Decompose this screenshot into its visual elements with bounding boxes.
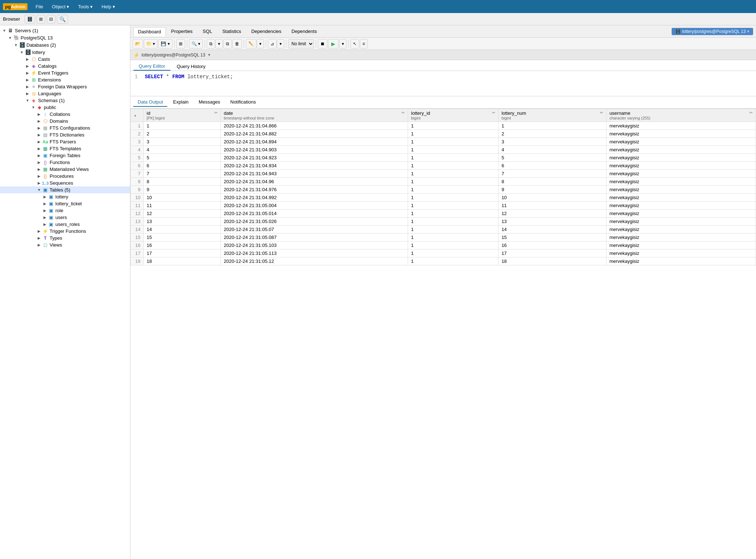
toggle-collations[interactable]: ▶ (36, 112, 42, 116)
menu-object[interactable]: Object ▾ (48, 3, 73, 11)
toggle-fts-parsers[interactable]: ▶ (36, 140, 42, 144)
copy-dropdown-btn[interactable]: ▾ (215, 39, 223, 49)
tree-collations[interactable]: ▶ ↕ Collations (0, 111, 130, 118)
toggle-catalogs[interactable]: ▶ (25, 64, 30, 68)
toggle-trigger-functions[interactable]: ▶ (36, 229, 42, 233)
toggle-types[interactable]: ▶ (36, 236, 42, 240)
menu-file[interactable]: File (32, 3, 47, 11)
col-username-edit-icon[interactable]: ✏ (749, 110, 753, 115)
tree-postgresql[interactable]: ▼ 🐘 PostgreSQL 13 (0, 34, 130, 41)
toggle-functions[interactable]: ▶ (36, 160, 42, 164)
no-limit-select[interactable]: No limit (288, 39, 314, 49)
toggle-fts-templates[interactable]: ▶ (36, 147, 42, 151)
tree-public[interactable]: ▼ ◆ public (0, 104, 130, 111)
tree-views[interactable]: ▶ ◻ Views (0, 241, 130, 248)
tree-table-lottery-ticket[interactable]: ▶ ▣ lottery_ticket (0, 200, 130, 207)
tab-query-history[interactable]: Query History (171, 62, 211, 71)
tree-sequences[interactable]: ▶ 1..3 Sequences (0, 180, 130, 186)
toggle-table-role[interactable]: ▶ (42, 209, 48, 213)
tab-properties[interactable]: Properties (167, 27, 197, 36)
toggle-table-lottery[interactable]: ▶ (42, 195, 48, 199)
filter-dropdown-btn[interactable]: ▾ (277, 39, 284, 49)
tree-fts-templates[interactable]: ▶ ▦ FTS Templates (0, 145, 130, 152)
tab-dependencies[interactable]: Dependencies (247, 27, 286, 36)
tree-table-users-roles[interactable]: ▶ ▣ users_roles (0, 221, 130, 228)
editor-area[interactable]: 1 SELECT * FROM lottery_ticket; (130, 71, 756, 96)
toggle-procedures[interactable]: ▶ (36, 174, 42, 178)
col-lottery-id-edit-icon[interactable]: ✏ (492, 110, 495, 115)
toggle-table-lottery-ticket[interactable]: ▶ (42, 202, 48, 206)
result-tab-data-output[interactable]: Data Output (133, 98, 167, 107)
tree-fts-dict[interactable]: ▶ ▤ FTS Dictionaries (0, 131, 130, 138)
toggle-tables[interactable]: ▼ (36, 188, 42, 192)
result-tab-explain[interactable]: Explain (169, 98, 193, 107)
toggle-fts-config[interactable]: ▶ (36, 126, 42, 130)
toggle-languages[interactable]: ▶ (25, 92, 30, 96)
save-btn[interactable]: 💾 ▾ (158, 39, 172, 49)
save-file-btn[interactable]: 📂 (133, 39, 143, 49)
more-btn[interactable]: ≡ (360, 39, 368, 49)
toggle-domains[interactable]: ▶ (36, 119, 42, 123)
editor-code[interactable]: SELECT * FROM lottery_ticket; (145, 74, 233, 93)
menu-tools[interactable]: Tools ▾ (74, 3, 96, 11)
tree-mat-views[interactable]: ▶ ▦ Materialized Views (0, 166, 130, 173)
browser-table-btn[interactable]: ⊟ (47, 15, 55, 24)
browser-db-btn[interactable]: 🗄️ (25, 15, 35, 24)
edit-btn[interactable]: ✏️ (246, 39, 256, 49)
tree-extensions[interactable]: ▶ ⊞ Extensions (0, 76, 130, 83)
tree-languages[interactable]: ▶ ◎ Languages (0, 90, 130, 97)
toggle-mat-views[interactable]: ▶ (36, 167, 42, 171)
filter-btn[interactable]: ⊿ (268, 39, 277, 49)
paste-btn[interactable]: ⧉ (223, 39, 232, 49)
edit-dropdown-btn[interactable]: ▾ (257, 39, 264, 49)
toggle-views[interactable]: ▶ (36, 243, 42, 247)
tree-foreign-tables[interactable]: ▶ ▣ Foreign Tables (0, 152, 130, 159)
tree-procedures[interactable]: ▶ {} Procedures (0, 173, 130, 180)
tab-query-editor[interactable]: Query Editor (133, 62, 171, 71)
result-tab-messages[interactable]: Messages (194, 98, 224, 107)
toggle-fts-dict[interactable]: ▶ (36, 133, 42, 137)
data-table-wrapper[interactable]: ▼ id ✏ [PK] bigint date ✏ timestamp with… (130, 109, 756, 559)
tree-fts-config[interactable]: ▶ ▦ FTS Configurations (0, 125, 130, 131)
toggle-extensions[interactable]: ▶ (25, 78, 30, 82)
tree-catalogs[interactable]: ▶ ◈ Catalogs (0, 63, 130, 70)
toggle-table-users[interactable]: ▶ (42, 215, 48, 219)
tree-table-role[interactable]: ▶ ▣ role (0, 207, 130, 214)
menu-help[interactable]: Help ▾ (98, 3, 118, 11)
tab-dependents[interactable]: Dependents (287, 27, 322, 36)
tree-tables[interactable]: ▼ ▣ Tables (5) (0, 186, 130, 193)
tree-schemas[interactable]: ▼ ◈ Schemas (1) (0, 97, 130, 104)
tree-table-users[interactable]: ▶ ▣ users (0, 214, 130, 221)
col-date-edit-icon[interactable]: ✏ (402, 110, 405, 115)
col-lottery-num-edit-icon[interactable]: ✏ (600, 110, 603, 115)
tab-dashboard[interactable]: Dashboard (133, 27, 166, 36)
col-id-edit-icon[interactable]: ✏ (214, 110, 218, 115)
browser-search-btn[interactable]: 🔍 (57, 15, 68, 24)
tree-domains[interactable]: ▶ ⬡ Domains (0, 118, 130, 125)
grid-view-btn[interactable]: ⊞ (176, 39, 185, 49)
tree-servers[interactable]: ▼ 🖥 Servers (1) (0, 27, 130, 34)
toggle-postgresql[interactable]: ▼ (7, 36, 13, 40)
toggle-schemas[interactable]: ▼ (25, 98, 30, 102)
toggle-servers[interactable]: ▼ (1, 29, 7, 33)
stop-btn[interactable]: ⏹ (318, 39, 327, 49)
tab-sql[interactable]: SQL (198, 27, 217, 36)
tree-types[interactable]: ▶ T Types (0, 235, 130, 241)
tree-databases[interactable]: ▼ 🗄️ Databases (2) (0, 41, 130, 49)
tab-statistics[interactable]: Statistics (218, 27, 246, 36)
toggle-public[interactable]: ▼ (30, 105, 36, 109)
find-btn[interactable]: 🔍 ▾ (189, 39, 203, 49)
open-file-btn[interactable]: 📁 ▾ (144, 39, 158, 49)
toggle-event-triggers[interactable]: ▶ (25, 71, 30, 75)
copy-btn[interactable]: ⧉ (207, 39, 215, 49)
delete-btn[interactable]: 🗑 (232, 39, 242, 49)
toggle-lottery-db[interactable]: ▼ (19, 50, 25, 54)
tree-casts[interactable]: ▶ ⬡ Casts (0, 56, 130, 63)
query-tab-active[interactable]: 🗄️ lottery/postgres@PostgreSQL 13 × (672, 28, 753, 35)
run-btn[interactable]: ▶ (328, 39, 339, 49)
tree-table-lottery[interactable]: ▶ ▣ lottery (0, 193, 130, 200)
tree-functions[interactable]: ▶ {} Functions (0, 159, 130, 166)
cursor-btn[interactable]: ↖ (350, 39, 359, 49)
tree-trigger-functions[interactable]: ▶ ⚡ Trigger Functions (0, 228, 130, 235)
toggle-foreign-tables[interactable]: ▶ (36, 154, 42, 157)
